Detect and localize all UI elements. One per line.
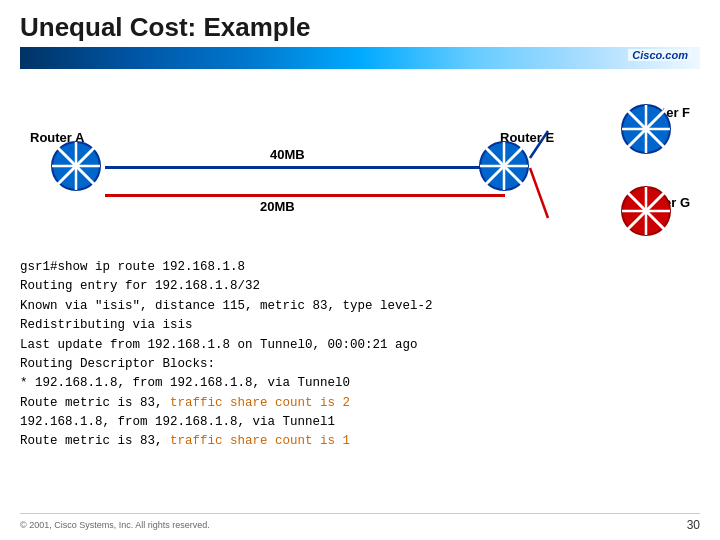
footer-page-number: 30	[687, 518, 700, 532]
cisco-banner: Cisco.com	[20, 47, 700, 69]
bottom-connection-line	[105, 194, 505, 197]
code-line-7: * 192.168.1.8, from 192.168.1.8, via Tun…	[20, 374, 700, 393]
code-line-2: Routing entry for 192.168.1.8/32	[20, 277, 700, 296]
cisco-logo: Cisco.com	[628, 49, 692, 61]
code-line-8: Route metric is 83, traffic share count …	[20, 394, 700, 413]
code-line-8-highlight: traffic share count is 2	[170, 396, 350, 410]
footer: © 2001, Cisco Systems, Inc. All rights r…	[20, 513, 700, 532]
code-line-10-text: Route metric is 83,	[20, 434, 170, 448]
code-line-5: Last update from 192.168.1.8 on Tunnel0,…	[20, 336, 700, 355]
page-title: Unequal Cost: Example	[20, 12, 700, 43]
code-line-4: Redistributing via isis	[20, 316, 700, 335]
bandwidth-top-label: 40MB	[270, 147, 305, 162]
footer-copyright: © 2001, Cisco Systems, Inc. All rights r…	[20, 520, 210, 530]
router-a-icon	[50, 140, 102, 192]
svg-line-20	[530, 131, 548, 158]
code-line-10-highlight: traffic share count is 1	[170, 434, 350, 448]
header: Unequal Cost: Example Cisco.com	[0, 0, 720, 69]
code-block: gsr1#show ip route 192.168.1.8 Routing e…	[20, 258, 700, 452]
router-f-icon	[620, 103, 672, 155]
code-line-8-text: Route metric is 83,	[20, 396, 170, 410]
code-line-6: Routing Descriptor Blocks:	[20, 355, 700, 374]
code-line-9: 192.168.1.8, from 192.168.1.8, via Tunne…	[20, 413, 700, 432]
bandwidth-bottom-label: 20MB	[260, 199, 295, 214]
top-connection-line	[105, 166, 505, 169]
svg-line-21	[530, 168, 548, 218]
code-line-3: Known via "isis", distance 115, metric 8…	[20, 297, 700, 316]
ef-connection	[500, 103, 560, 163]
router-g-icon	[620, 185, 672, 237]
network-diagram: Router F Router A Router E Router G 40MB…	[20, 75, 700, 250]
code-line-1: gsr1#show ip route 192.168.1.8	[20, 258, 700, 277]
eg-connection	[500, 163, 560, 243]
code-line-10: Route metric is 83, traffic share count …	[20, 432, 700, 451]
